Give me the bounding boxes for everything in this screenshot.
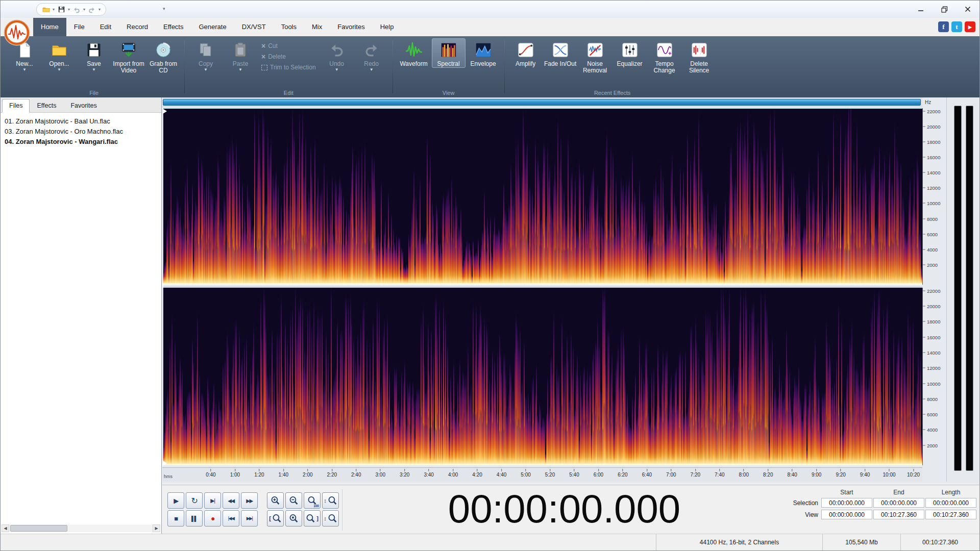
time-tick: 3:20 bbox=[400, 469, 409, 478]
frequency-tick: 20000 bbox=[923, 304, 940, 309]
time-value-cell[interactable]: 00:00:00.000 bbox=[873, 498, 924, 508]
zoom-normal-button[interactable]: 100 bbox=[304, 492, 321, 509]
scroll-right-arrow-icon[interactable]: ▶ bbox=[153, 524, 160, 532]
frequency-tick: 6000 bbox=[923, 231, 938, 237]
zoom-selection-end-button[interactable]: ] bbox=[304, 510, 321, 527]
redo-button[interactable]: Redo ▼ bbox=[355, 38, 388, 72]
go-to-start-button[interactable]: |◀◀ bbox=[223, 510, 239, 527]
file-list: 01. Zoran Majstorovic - Baal Un.flac03. … bbox=[1, 113, 161, 149]
delete-button[interactable]: × Delete bbox=[261, 53, 316, 60]
seek-bar[interactable] bbox=[163, 99, 921, 106]
import-video-icon bbox=[119, 40, 138, 60]
panel-tab-favorites[interactable]: Favorites bbox=[63, 99, 104, 113]
facebook-icon[interactable]: f bbox=[938, 21, 949, 32]
save-button[interactable]: Save ▼ bbox=[77, 38, 111, 72]
noise-removal-icon bbox=[585, 40, 605, 60]
dropdown-caret-icon[interactable]: ▾ bbox=[83, 7, 85, 12]
zoom-to-selection-button[interactable] bbox=[285, 510, 302, 527]
file-list-item[interactable]: 01. Zoran Majstorovic - Baal Un.flac bbox=[1, 116, 161, 126]
paste-button[interactable]: Paste ▼ bbox=[224, 38, 257, 72]
zoom-selection-start-button[interactable]: [ bbox=[267, 510, 284, 527]
open-button[interactable]: Open... ▼ bbox=[42, 38, 76, 72]
menu-tab-dx-vst[interactable]: DX/VST bbox=[234, 18, 274, 36]
zoom-out-button[interactable] bbox=[285, 492, 302, 509]
save-icon[interactable] bbox=[57, 6, 65, 14]
menu-tab-home[interactable]: Home bbox=[33, 18, 66, 36]
copy-button[interactable]: Copy ▼ bbox=[189, 38, 223, 72]
spectrogram-channel-right bbox=[162, 288, 922, 465]
twitter-icon[interactable]: t bbox=[951, 21, 962, 32]
customize-toolbar-caret-icon[interactable]: ▾ bbox=[163, 6, 165, 11]
menu-tab-mix[interactable]: Mix bbox=[304, 18, 330, 36]
grab-from-cd-button[interactable]: Grab from CD bbox=[146, 38, 180, 74]
close-button[interactable] bbox=[956, 1, 979, 18]
equalizer-button[interactable]: Equalizer bbox=[613, 38, 647, 68]
button-label: Amplify bbox=[516, 61, 535, 67]
fast-forward-button[interactable]: ▶▶ bbox=[241, 492, 258, 509]
menu-tab-record[interactable]: Record bbox=[119, 18, 156, 36]
undo-icon[interactable] bbox=[72, 6, 81, 14]
record-button[interactable]: ● bbox=[204, 510, 221, 527]
menu-tab-favorites[interactable]: Favorites bbox=[330, 18, 372, 36]
stop-button[interactable]: ■ bbox=[167, 510, 184, 527]
open-folder-icon[interactable] bbox=[42, 6, 50, 14]
spectral-view-button[interactable]: Spectral bbox=[432, 38, 465, 68]
amplify-button[interactable]: Amplify bbox=[509, 38, 543, 68]
zoom-in-button[interactable] bbox=[267, 492, 284, 509]
redo-icon[interactable] bbox=[88, 6, 96, 14]
menu-tab-file[interactable]: File bbox=[66, 18, 92, 36]
menu-tab-help[interactable]: Help bbox=[373, 18, 402, 36]
file-list-item[interactable]: 03. Zoran Majstorovic - Oro Machno.flac bbox=[1, 126, 161, 136]
dropdown-caret-icon: ▼ bbox=[335, 68, 339, 72]
frequency-tick: 12000 bbox=[923, 185, 940, 191]
play-icon: ▶ bbox=[174, 497, 178, 505]
menu-tab-generate[interactable]: Generate bbox=[191, 18, 234, 36]
dropdown-caret-icon[interactable]: ▾ bbox=[99, 7, 101, 12]
scroll-left-arrow-icon[interactable]: ◀ bbox=[2, 524, 9, 532]
delete-silence-button[interactable]: Delete Silence bbox=[682, 38, 716, 74]
pause-button[interactable]: ▌▌ bbox=[186, 510, 203, 527]
rewind-button[interactable]: ◀◀ bbox=[223, 492, 239, 509]
time-value-cell[interactable]: 00:00:00.000 bbox=[821, 510, 872, 519]
minimize-button[interactable] bbox=[909, 1, 933, 18]
panel-tab-files[interactable]: Files bbox=[2, 99, 30, 113]
zoom-vertical-out-button[interactable]: ↕ bbox=[322, 510, 339, 527]
play-button[interactable]: ▶ bbox=[167, 492, 184, 509]
noise-removal-button[interactable]: Noise Removal bbox=[578, 38, 612, 74]
open-folder-icon bbox=[50, 40, 69, 60]
spectrogram-right-canvas[interactable] bbox=[162, 288, 922, 465]
time-value-cell[interactable]: 00:10:27.360 bbox=[873, 510, 924, 519]
tempo-change-button[interactable]: Tempo Change bbox=[648, 38, 681, 74]
time-ruler[interactable]: hms 0:401:001:201:402:002:202:403:003:20… bbox=[162, 467, 922, 482]
position-marker-icon[interactable] bbox=[163, 461, 167, 466]
zoom-vertical-in-button[interactable]: ↕ bbox=[322, 492, 339, 509]
panel-tab-effects[interactable]: Effects bbox=[30, 99, 63, 113]
loop-playback-button[interactable]: ↻ bbox=[186, 492, 203, 509]
menu-tab-effects[interactable]: Effects bbox=[156, 18, 191, 36]
undo-button[interactable]: Undo ▼ bbox=[320, 38, 354, 72]
fade-in-out-button[interactable]: Fade In/Out bbox=[544, 38, 577, 68]
time-value-cell[interactable]: 00:00:00.000 bbox=[925, 498, 976, 508]
trim-to-selection-button[interactable]: Trim to Selection bbox=[261, 64, 316, 71]
menu-tab-edit[interactable]: Edit bbox=[92, 18, 119, 36]
go-to-end-button[interactable]: ▶▶| bbox=[241, 510, 258, 527]
file-list-item[interactable]: 04. Zoran Majstorovic - Wangari.flac bbox=[1, 136, 161, 146]
waveform-view-button[interactable]: Waveform bbox=[397, 38, 431, 68]
scrollbar-thumb[interactable] bbox=[10, 525, 67, 532]
statusbar: 44100 Hz, 16-bit, 2 Channels 105,540 Mb … bbox=[1, 534, 979, 550]
play-to-end-button[interactable]: ▶| bbox=[204, 492, 221, 509]
horizontal-scrollbar[interactable]: ◀ ▶ bbox=[2, 524, 160, 532]
time-value-cell[interactable]: 00:00:00.000 bbox=[821, 498, 872, 508]
restore-button[interactable] bbox=[933, 1, 956, 18]
cut-button[interactable]: × Cut bbox=[261, 42, 316, 49]
spectrogram-left-canvas[interactable] bbox=[162, 109, 922, 285]
menu-tab-tools[interactable]: Tools bbox=[274, 18, 304, 36]
dropdown-caret-icon[interactable]: ▾ bbox=[53, 7, 55, 12]
youtube-icon[interactable]: ▶ bbox=[965, 21, 975, 32]
import-from-video-button[interactable]: Import from Video bbox=[112, 38, 145, 74]
envelope-view-button[interactable]: Envelope bbox=[467, 38, 500, 68]
time-value-cell[interactable]: 00:10:27.360 bbox=[925, 510, 976, 519]
dropdown-caret-icon[interactable]: ▾ bbox=[68, 7, 70, 12]
playhead-marker-icon[interactable] bbox=[163, 109, 167, 114]
ribbon-group-file: New... ▼ Open... ▼ Save ▼ bbox=[4, 36, 184, 97]
